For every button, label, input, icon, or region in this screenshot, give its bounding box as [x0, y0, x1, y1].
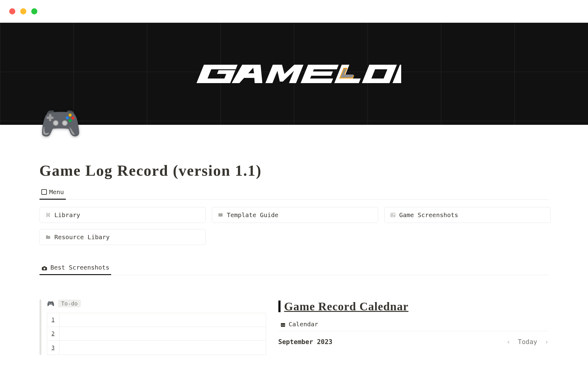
todo-row[interactable]: 2: [47, 327, 266, 341]
todo-header: 🎮 To-do: [47, 300, 266, 307]
tab-best-screenshots-label: Best Screenshots: [51, 264, 110, 271]
tab-menu-label: Menu: [49, 188, 64, 196]
mac-titlebar: [0, 0, 588, 23]
tab-menu[interactable]: Menu: [40, 188, 66, 200]
todo-row-number: 1: [47, 313, 59, 327]
tab-calendar[interactable]: Calendar: [278, 320, 320, 331]
svg-rect-4: [281, 323, 285, 324]
calendar-header: September 2023 ‹ Today ›: [278, 338, 549, 346]
best-screenshots-tab-row: Best Screenshots: [40, 263, 549, 275]
window-zoom-button[interactable]: [31, 8, 37, 14]
gamepad-icon: 🎮: [47, 300, 55, 307]
window-close-button[interactable]: [9, 8, 15, 14]
todo-list: 1 2 3: [47, 313, 266, 355]
calendar-nav: ‹ Today ›: [507, 338, 549, 346]
notion-page-icon: [45, 212, 51, 218]
folder-icon: [45, 234, 51, 240]
card-resource-library[interactable]: Resource Libary: [40, 229, 206, 245]
lower-columns: 🎮 To-do 1 2 3: [40, 300, 549, 355]
calendar-title-wrap: Game Record Calednar: [278, 300, 549, 313]
card-template-guide-label: Template Guide: [227, 211, 279, 219]
camera-icon: [41, 264, 47, 271]
todo-tag: To-do: [58, 300, 81, 307]
page-title[interactable]: Game Log Record (version 1.1): [40, 162, 549, 179]
card-game-screenshots[interactable]: Game Screenshots: [384, 207, 551, 223]
card-resource-library-label: Resource Libary: [55, 233, 110, 241]
window-minimize-button[interactable]: [20, 8, 26, 14]
calendar-title[interactable]: Game Record Calednar: [284, 300, 409, 313]
svg-point-2: [43, 267, 45, 269]
card-game-screenshots-label: Game Screenshots: [399, 211, 458, 219]
tab-calendar-label: Calendar: [289, 320, 318, 328]
square-icon: [41, 189, 47, 195]
calendar-month-label: September 2023: [278, 338, 333, 346]
menu-card-grid: Library Template Guide Game Screenshots …: [40, 207, 549, 245]
calendar-icon: [280, 320, 286, 328]
svg-rect-7: [284, 325, 285, 325]
calendar-today-button[interactable]: Today: [518, 338, 537, 346]
calendar-next-button[interactable]: ›: [545, 338, 548, 346]
views-tab-row: Menu: [40, 188, 549, 200]
todo-block: 🎮 To-do 1 2 3: [40, 300, 266, 355]
cover-image: [0, 23, 588, 125]
calendar-prev-button[interactable]: ‹: [507, 338, 511, 346]
todo-row-number: 3: [47, 341, 59, 355]
cover-logo: [187, 54, 401, 94]
page-icon[interactable]: 🎮: [40, 106, 81, 140]
calendar-views-tab-row: Calendar: [278, 320, 549, 331]
calendar-title-bar: [278, 301, 281, 312]
calendar-block: Game Record Calednar Calendar September …: [278, 300, 549, 346]
todo-row[interactable]: 1: [47, 313, 266, 327]
card-library[interactable]: Library: [40, 207, 206, 223]
image-icon: [390, 212, 396, 218]
todo-row-number: 2: [47, 327, 59, 340]
card-library-label: Library: [55, 211, 80, 219]
svg-rect-6: [283, 325, 283, 325]
card-template-guide[interactable]: Template Guide: [212, 207, 378, 223]
todo-row[interactable]: 3: [47, 341, 266, 355]
svg-rect-5: [281, 325, 282, 325]
book-open-icon: [218, 212, 223, 218]
tab-best-screenshots[interactable]: Best Screenshots: [40, 264, 111, 275]
svg-rect-0: [391, 213, 395, 217]
